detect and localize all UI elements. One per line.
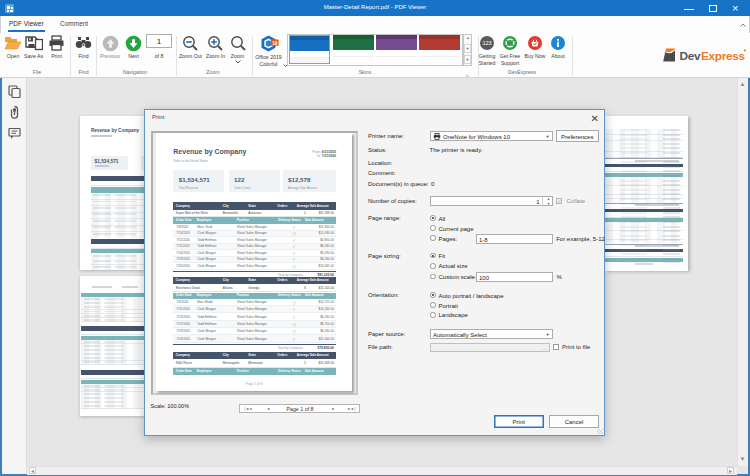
svg-text:123: 123 bbox=[482, 40, 491, 46]
svg-text:Dev: Dev bbox=[680, 49, 701, 63]
svg-text:Express: Express bbox=[701, 49, 746, 63]
svg-text:19: 19 bbox=[272, 41, 278, 46]
